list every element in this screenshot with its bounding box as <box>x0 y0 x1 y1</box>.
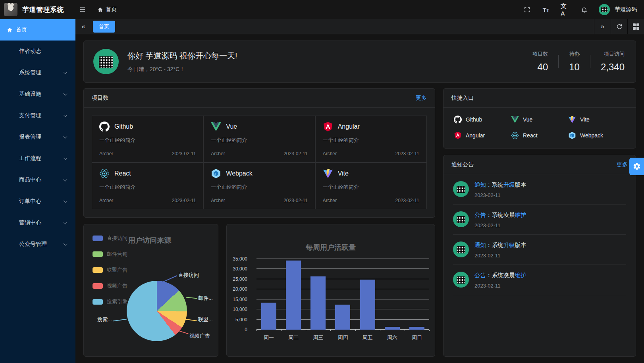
stat-label: 项目数 <box>532 50 548 58</box>
breadcrumb[interactable]: 首页 <box>97 6 117 13</box>
layout-grid-icon[interactable] <box>627 19 644 34</box>
stat-divider <box>590 55 590 68</box>
arrow-left-double-icon[interactable]: « <box>75 23 91 31</box>
pie-label: 视频广告 <box>189 332 210 340</box>
bar <box>385 327 400 330</box>
x-axis-tick <box>306 330 306 331</box>
welcome-card: 你好 芋道源码 祝你开心每一天! 今日晴，20°C - 32°C！ 项目数40待… <box>83 41 636 83</box>
project-card-Angular[interactable]: Angular一个正经的简介Archer2023-02-11 <box>315 116 427 162</box>
language-icon[interactable]: 文A <box>561 5 569 14</box>
pie-label-line <box>186 297 197 299</box>
legend-swatch <box>93 283 103 289</box>
project-desc: 一个正经的简介 <box>99 183 196 191</box>
notice-title[interactable]: 公告：系统凌晨维护 <box>474 211 526 219</box>
quick-entry-React[interactable]: React <box>511 131 568 139</box>
sidebar-item-报表管理[interactable]: 报表管理 <box>0 126 75 148</box>
notice-date: 2023-02-11 <box>474 192 526 198</box>
project-desc: 一个正经的简介 <box>211 183 307 191</box>
bar-chart-card: 每周用户活跃量 05,00010,00015,00020,00025,00030… <box>226 224 435 357</box>
project-card-Webpack[interactable]: Webpack一个正经的简介Archer2023-02-11 <box>203 162 315 209</box>
username[interactable]: 芋道源码 <box>615 6 637 13</box>
legend-item-视频广告[interactable]: 视频广告 <box>93 282 127 290</box>
stats-row: 项目数40待办10项目访问2,340 <box>532 50 625 73</box>
sidebar-item-公众号管理[interactable]: 公众号管理 <box>0 234 75 255</box>
fullscreen-icon[interactable] <box>523 5 531 14</box>
stat-value: 2,340 <box>601 62 625 73</box>
quick-entry-label: Vite <box>580 116 590 123</box>
sidebar-item-label: 基础设施 <box>19 91 41 98</box>
project-card-Github[interactable]: Github一个正经的简介Archer2023-02-11 <box>92 116 203 162</box>
sidebar-item-首页[interactable]: 首页 <box>0 19 75 41</box>
sidebar-item-label: 工作流程 <box>19 155 41 162</box>
stat-divider <box>558 55 559 68</box>
chevron-down-icon <box>64 178 67 182</box>
pie-chart-card: 直接访问邮件营销联盟广告视频广告搜索引擎 用户访问来源 直接访问邮件...联盟.… <box>83 224 218 357</box>
settings-button[interactable] <box>629 158 644 175</box>
sidebar-item-系统管理[interactable]: 系统管理 <box>0 62 75 83</box>
bar-chart <box>256 259 429 330</box>
notice-title[interactable]: 通知：系统升级版本 <box>474 181 526 189</box>
pie-label-line <box>113 319 127 321</box>
sidebar-item-基础设施[interactable]: 基础设施 <box>0 83 75 105</box>
stat-待办: 待办10 <box>569 50 580 73</box>
project-card-Vite[interactable]: Vite一个正经的简介Archer2023-02-11 <box>315 162 427 209</box>
bar <box>286 261 301 330</box>
notice-item[interactable]: 公告：系统凌晨维护2023-02-11 <box>453 265 626 295</box>
chevron-down-icon <box>64 70 67 74</box>
bar <box>409 327 424 330</box>
notice-title[interactable]: 通知：系统升级版本 <box>474 241 526 249</box>
project-name: React <box>114 170 131 177</box>
bar-chart-title: 每周用户活跃量 <box>227 243 435 252</box>
notice-item[interactable]: 通知：系统升级版本2023-02-11 <box>453 174 626 205</box>
y-axis-label: 10,000 <box>226 307 247 312</box>
quick-entry-Webpack[interactable]: Webpack <box>568 131 625 139</box>
notice-avatar <box>453 181 469 197</box>
arrow-right-double-icon[interactable]: » <box>594 19 611 34</box>
bell-icon[interactable] <box>580 5 588 14</box>
react-icon <box>99 168 110 179</box>
stat-项目访问: 项目访问2,340 <box>601 50 625 73</box>
tab-home[interactable]: 首页 <box>93 21 115 33</box>
sidebar-item-订单中心[interactable]: 订单中心 <box>0 191 75 212</box>
font-size-icon[interactable]: Tт <box>542 5 550 14</box>
sidebar-item-营销中心[interactable]: 营销中心 <box>0 212 75 234</box>
notice-title[interactable]: 公告：系统凌晨维护 <box>474 272 526 279</box>
quick-entry-Angular[interactable]: Angular <box>454 131 511 139</box>
legend-item-搜索引擎[interactable]: 搜索引擎 <box>93 298 127 305</box>
sidebar-item-作者动态[interactable]: 作者动态 <box>0 41 75 62</box>
legend-swatch <box>93 236 103 241</box>
quick-entry-Vue[interactable]: Vue <box>511 116 568 124</box>
projects-more-link[interactable]: 更多 <box>416 95 427 102</box>
menu-fold-icon[interactable] <box>78 5 87 14</box>
chevron-down-icon <box>64 242 67 246</box>
legend-item-联盟广告[interactable]: 联盟广告 <box>93 266 127 274</box>
github-icon <box>99 122 110 132</box>
chevron-down-icon <box>64 199 67 203</box>
sidebar-item-商品中心[interactable]: 商品中心 <box>0 169 75 191</box>
sidebar-item-支付管理[interactable]: 支付管理 <box>0 105 75 126</box>
x-axis-tick <box>405 330 405 331</box>
quick-entry-Vite[interactable]: Vite <box>568 116 625 124</box>
project-card-Vue[interactable]: Vue一个正经的简介Archer2023-02-11 <box>203 116 315 162</box>
pie-label: 搜索... <box>97 316 112 323</box>
legend-item-邮件营销[interactable]: 邮件营销 <box>93 251 127 258</box>
y-axis-label: 35,000 <box>226 256 247 262</box>
legend-item-直接访问[interactable]: 直接访问 <box>93 235 127 242</box>
refresh-icon[interactable] <box>611 19 627 34</box>
chevron-down-icon <box>64 92 67 96</box>
quick-entry-title: 快捷入口 <box>451 95 474 102</box>
quick-entry-Github[interactable]: Github <box>454 116 511 124</box>
x-axis-tick <box>256 330 257 331</box>
notice-item[interactable]: 公告：系统凌晨维护2023-02-11 <box>453 205 626 235</box>
y-axis-label: 30,000 <box>226 266 247 272</box>
legend-swatch <box>93 299 103 305</box>
notices-more-link[interactable]: 更多 <box>617 161 628 168</box>
notice-item[interactable]: 通知：系统升级版本2023-02-11 <box>453 235 626 265</box>
sidebar-item-工作流程[interactable]: 工作流程 <box>0 148 75 169</box>
project-card-React[interactable]: React一个正经的简介Archer2023-02-11 <box>92 162 203 209</box>
project-date: 2023-02-11 <box>172 151 196 156</box>
user-avatar[interactable] <box>599 4 610 15</box>
stat-value: 40 <box>532 62 548 73</box>
notice-avatar <box>453 272 469 288</box>
x-axis-label: 周二 <box>282 334 305 341</box>
